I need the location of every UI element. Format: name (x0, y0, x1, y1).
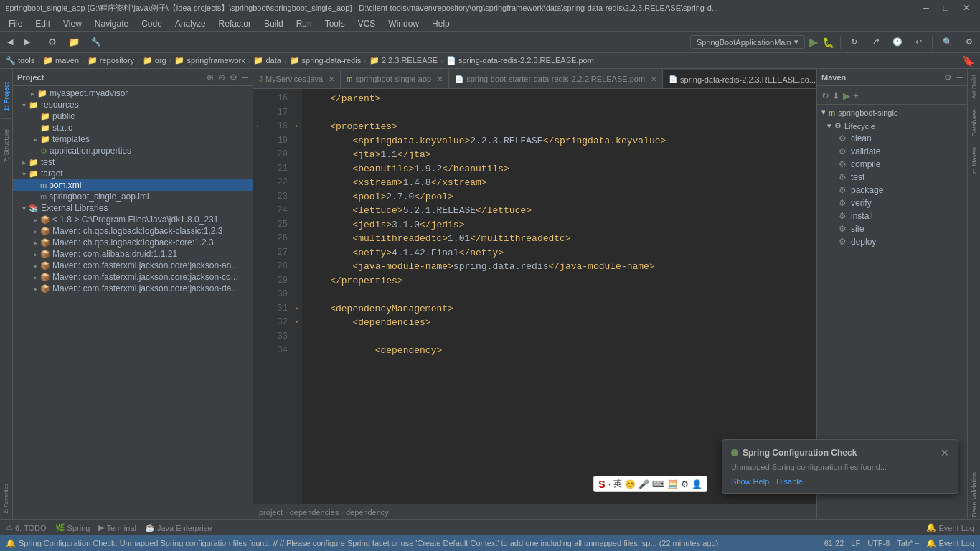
menu-navigate[interactable]: Navigate (89, 17, 134, 30)
fold-properties[interactable]: ▸ (292, 120, 302, 134)
ime-emoji-icon[interactable]: 😊 (625, 479, 636, 489)
maven-site[interactable]: ⚙ site (817, 222, 967, 235)
toolbar-history-btn[interactable]: 🕐 (888, 36, 907, 48)
tree-item-jackson-an[interactable]: ▸ 📦 Maven: com.fasterxml.jackson.core:ja… (13, 260, 253, 271)
sidebar-bean-validation[interactable]: Bean Validation (969, 469, 979, 519)
tree-item-target[interactable]: ▾ 📁 target (13, 168, 253, 179)
project-settings[interactable]: ⚙ (230, 72, 237, 83)
fold-dep-mgmt[interactable]: ▸ (292, 302, 302, 316)
menu-tools[interactable]: Tools (319, 17, 351, 30)
tree-item-pom-xml[interactable]: m pom.xml (13, 179, 253, 191)
toolbar-git-btn[interactable]: ⎇ (866, 36, 884, 48)
maven-package[interactable]: ⚙ package (817, 184, 967, 197)
maven-compile[interactable]: ⚙ compile (817, 158, 967, 171)
notif-disable[interactable]: Disable... (776, 477, 809, 486)
menu-build[interactable]: Build (258, 17, 289, 30)
toolbar-search-btn[interactable]: 🔍 (938, 36, 957, 48)
bc-repository[interactable]: 📁 repository (88, 56, 134, 65)
bc-springframework[interactable]: 📁 springframework (174, 56, 245, 65)
close-button[interactable]: ✕ (958, 3, 974, 13)
tree-item-logback-classic[interactable]: ▸ 📦 Maven: ch.qos.logback:logback-classi… (13, 225, 253, 237)
project-collapse-all[interactable]: ⊝ (218, 72, 225, 83)
bottom-terminal[interactable]: ▶ Terminal (98, 523, 136, 532)
menu-code[interactable]: Code (136, 17, 168, 30)
fold-marker-18[interactable]: ▸ (253, 120, 263, 134)
tree-item-test[interactable]: ▸ 📁 test (13, 156, 253, 168)
maven-clean[interactable]: ⚙ clean (817, 132, 967, 145)
tree-item-iml[interactable]: m springboot_single_aop.iml (13, 191, 253, 202)
bc-version[interactable]: 📁 2.2.3.RELEASE (369, 56, 438, 65)
bc-data[interactable]: 📁 data (253, 56, 281, 65)
maven-validate[interactable]: ⚙ validate (817, 145, 967, 158)
bottom-event-log[interactable]: 🔔 Event Log (926, 523, 974, 532)
toolbar-nav-back[interactable]: ◀ (3, 36, 17, 48)
bottom-todo[interactable]: ⚠ 6: TODO (6, 523, 47, 532)
run-button[interactable]: ▶ (809, 35, 818, 49)
toolbar-btn-1[interactable]: ⚙ (44, 35, 61, 49)
tab-starter-redis[interactable]: 📄 spring-boot-starter-data-redis-2.2.2.R… (449, 70, 663, 88)
ime-mic-icon[interactable]: 🎤 (639, 479, 649, 489)
maven-project-expand[interactable]: ▾ (821, 108, 826, 117)
minimize-button[interactable]: ─ (918, 3, 933, 13)
tree-item-jdk[interactable]: ▸ 📦 < 1.8 > C:\Program Files\Java\jdk1.8… (13, 214, 253, 225)
project-minimize[interactable]: ─ (242, 72, 248, 83)
menu-refactor[interactable]: Refactor (213, 17, 257, 30)
ime-s-icon[interactable]: S (598, 479, 605, 490)
bc-bottom-dependencies[interactable]: dependencies (290, 508, 339, 517)
bc-spring-data-redis[interactable]: 📁 spring-data-redis (290, 56, 362, 65)
ime-eng-icon[interactable]: 英 (613, 478, 622, 490)
maven-minimize-icon[interactable]: ─ (956, 72, 963, 83)
maven-test[interactable]: ⚙ test (817, 171, 967, 184)
bc-tools[interactable]: 🔧 tools (6, 56, 34, 65)
menu-vcs[interactable]: VCS (352, 17, 382, 30)
bottom-java-enterprise[interactable]: ☕ Java Enterprise (145, 523, 212, 532)
toolbar-rollback-btn[interactable]: ↩ (911, 36, 926, 48)
event-log-right[interactable]: 🔔 Event Log (926, 539, 974, 548)
menu-view[interactable]: View (57, 17, 88, 30)
maximize-button[interactable]: □ (939, 3, 953, 13)
menu-window[interactable]: Window (382, 17, 425, 30)
ime-settings-icon[interactable]: ⚙ (681, 479, 689, 489)
tree-item-myaspect[interactable]: ▸ 📁 myaspect.myadvisor (13, 88, 253, 99)
sidebar-maven[interactable]: m Maven (969, 144, 979, 176)
menu-analyze[interactable]: Analyze (169, 17, 212, 30)
tree-item-jackson-da[interactable]: ▸ 📦 Maven: com.fasterxml.jackson.core:ja… (13, 283, 253, 294)
ime-keyboard-icon[interactable]: ⌨ (652, 479, 664, 489)
project-expand-all[interactable]: ⊕ (207, 72, 214, 83)
tree-item-public[interactable]: 📁 public (13, 110, 253, 122)
sidebar-database[interactable]: Database (969, 106, 979, 140)
tab-close-springboot-aop[interactable]: ✕ (437, 75, 443, 83)
maven-verify[interactable]: ⚙ verify (817, 197, 967, 209)
maven-lifecycle-header[interactable]: ▾ ⚙ Lifecycle (817, 120, 967, 132)
bc-org[interactable]: 📁 org (143, 56, 166, 65)
run-config-dropdown-icon[interactable]: ▾ (794, 37, 798, 47)
notif-show-help[interactable]: Show Help (731, 477, 769, 486)
sidebar-favorites-icon[interactable]: 2: Favorites (1, 481, 11, 517)
tree-item-static[interactable]: 📁 static (13, 122, 253, 133)
toolbar-nav-fwd[interactable]: ▶ (20, 36, 34, 48)
tree-item-logback-core[interactable]: ▸ 📦 Maven: ch.qos.logback:logback-core:1… (13, 237, 253, 248)
bookmark-icon[interactable]: 🔖 (962, 55, 974, 67)
ime-person-icon[interactable]: 👤 (692, 479, 702, 489)
menu-help[interactable]: Help (426, 17, 456, 30)
tree-item-resources[interactable]: ▾ 📁 resources (13, 99, 253, 110)
maven-install[interactable]: ⚙ install (817, 209, 967, 222)
tree-item-druid[interactable]: ▸ 📦 Maven: com.alibaba:druid:1.1.21 (13, 248, 253, 260)
maven-plus-btn[interactable]: + (853, 90, 859, 101)
tab-close-myservices[interactable]: ✕ (329, 75, 334, 83)
fold-deps[interactable]: ▸ (292, 316, 302, 330)
maven-settings-icon[interactable]: ⚙ (944, 72, 952, 83)
sidebar-project-icon[interactable]: 1: Project (1, 79, 11, 114)
tab-myservices[interactable]: J MyServices.java ✕ (253, 70, 341, 88)
maven-deploy[interactable]: ⚙ deploy (817, 235, 967, 248)
bottom-spring[interactable]: 🌿 Spring (55, 523, 90, 532)
menu-run[interactable]: Run (291, 17, 318, 30)
bc-bottom-dependency[interactable]: dependency (346, 508, 389, 517)
toolbar-btn-3[interactable]: 🔧 (87, 36, 105, 48)
tree-item-templates[interactable]: ▸ 📁 templates (13, 133, 253, 145)
tab-spring-data-redis[interactable]: 📄 spring-data-redis-2.2.3.RELEASE.po... … (663, 70, 816, 88)
tab-springboot-aop[interactable]: m springboot-single-aop ✕ (341, 70, 449, 88)
toolbar-update-btn[interactable]: ↻ (847, 36, 862, 48)
menu-edit[interactable]: Edit (29, 17, 56, 30)
sidebar-art-build[interactable]: Art Build (969, 72, 979, 102)
